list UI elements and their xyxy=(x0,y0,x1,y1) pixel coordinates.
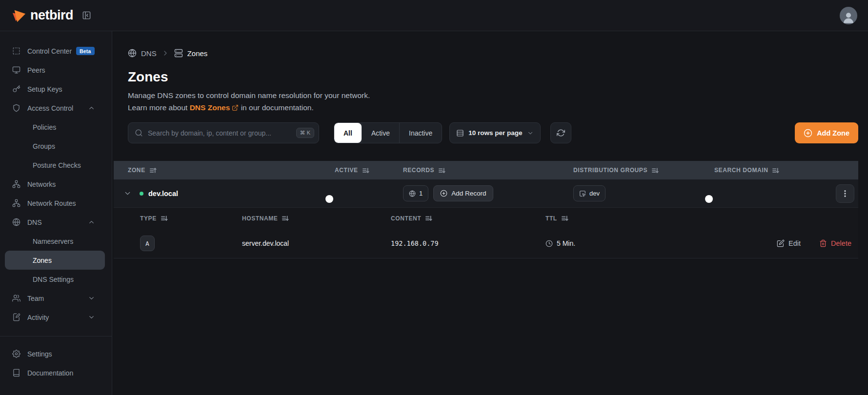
edit-record-button[interactable]: Edit xyxy=(777,239,801,247)
sidebar-item-label: Groups xyxy=(33,142,55,150)
refresh-button[interactable] xyxy=(550,122,571,143)
netbird-logo[interactable]: netbird xyxy=(12,8,73,23)
column-header-content[interactable]: CONTENT xyxy=(391,215,545,222)
shield-icon xyxy=(12,104,20,112)
zone-menu-button[interactable] xyxy=(836,184,854,203)
sidebar-item-nameservers[interactable]: Nameservers xyxy=(5,232,105,251)
users-icon xyxy=(12,294,20,302)
sidebar-item-label: Policies xyxy=(33,123,56,131)
column-header-hostname[interactable]: HOSTNAME xyxy=(242,215,391,222)
box-select-icon xyxy=(12,47,20,55)
sort-descending-icon xyxy=(282,215,289,222)
record-content: 192.168.0.79 xyxy=(391,239,545,247)
sidebar-item-control-center[interactable]: Control Center Beta xyxy=(0,41,112,60)
sidebar-item-team[interactable]: Team xyxy=(0,289,112,308)
sidebar-item-label: Activity xyxy=(27,314,49,321)
sidebar-item-label: DNS xyxy=(27,218,42,226)
search-shortcut-badge: ⌘ K xyxy=(296,128,314,138)
search-input[interactable] xyxy=(148,129,291,137)
column-header-active[interactable]: ACTIVE xyxy=(335,167,403,174)
edit-icon xyxy=(777,239,785,247)
edit-label: Edit xyxy=(788,239,801,247)
sidebar-item-networks[interactable]: Networks xyxy=(0,175,112,194)
group-icon xyxy=(579,190,586,197)
sort-descending-icon xyxy=(362,167,369,174)
sidebar-item-activity[interactable]: Activity xyxy=(0,308,112,327)
filter-tab-all[interactable]: All xyxy=(334,123,362,143)
sidebar-item-label: Documentation xyxy=(27,369,73,377)
toolbar: ⌘ K All Active Inactive 10 rows per page… xyxy=(128,122,858,143)
column-header-records[interactable]: RECORDS xyxy=(403,167,573,174)
learn-more-suffix: in our documentation. xyxy=(239,103,313,112)
sidebar-item-label: Posture Checks xyxy=(33,161,81,169)
column-header-zone[interactable]: ZONE xyxy=(114,167,335,174)
column-header-type[interactable]: TYPE xyxy=(140,215,242,222)
breadcrumb-label: Zones xyxy=(187,49,208,58)
topbar: netbird xyxy=(0,0,868,31)
add-record-button[interactable]: Add Record xyxy=(433,185,493,201)
chevron-up-icon xyxy=(88,104,95,112)
sidebar-item-dns-settings[interactable]: DNS Settings xyxy=(5,270,105,289)
column-header-search-domain[interactable]: SEARCH DOMAIN xyxy=(714,167,826,174)
sidebar-collapse-button[interactable] xyxy=(82,11,91,20)
breadcrumb-dns[interactable]: DNS xyxy=(128,49,157,58)
zones-table-header: ZONE ACTIVE RECORDS DISTRIBUTION GROUPS … xyxy=(114,161,858,179)
network-icon xyxy=(12,199,20,207)
delete-label: Delete xyxy=(831,239,851,247)
dns-zones-doc-link[interactable]: DNS Zones xyxy=(190,101,239,114)
record-hostname: server.dev.local xyxy=(242,239,391,247)
book-icon xyxy=(12,369,20,377)
record-ttl: 5 Min. xyxy=(545,239,777,247)
add-zone-button[interactable]: Add Zone xyxy=(795,122,858,143)
sort-descending-icon xyxy=(425,215,432,222)
sidebar-item-dns[interactable]: DNS xyxy=(0,213,112,232)
sidebar-item-settings[interactable]: Settings xyxy=(0,344,112,363)
sidebar-item-label: Peers xyxy=(27,66,45,74)
sort-ascending-icon xyxy=(149,167,157,174)
gear-icon xyxy=(12,350,20,358)
sidebar-item-network-routes[interactable]: Network Routes xyxy=(0,194,112,213)
sidebar-item-label: DNS Settings xyxy=(33,276,74,283)
expand-zone-chevron[interactable] xyxy=(121,187,134,199)
sort-descending-icon xyxy=(161,215,168,222)
distribution-group-badge[interactable]: dev xyxy=(573,185,606,201)
trash-icon xyxy=(819,239,827,247)
sidebar-item-groups[interactable]: Groups xyxy=(5,137,105,156)
rows-per-page-select[interactable]: 10 rows per page xyxy=(449,122,540,143)
sidebar-item-setup-keys[interactable]: Setup Keys xyxy=(0,79,112,99)
file-pen-icon xyxy=(12,313,20,321)
page-description: Manage DNS zones to control domain name … xyxy=(128,89,858,114)
netbird-bird-icon xyxy=(12,8,26,23)
filter-tab-inactive[interactable]: Inactive xyxy=(399,123,442,143)
record-ttl-value: 5 Min. xyxy=(557,239,575,247)
column-header-ttl[interactable]: TTL xyxy=(545,215,851,222)
user-avatar[interactable] xyxy=(840,7,857,24)
rows-per-page-label: 10 rows per page xyxy=(468,129,522,137)
sort-descending-icon xyxy=(772,167,779,174)
sidebar-item-access-control[interactable]: Access Control xyxy=(0,99,112,118)
plus-circle-icon xyxy=(804,129,812,138)
sidebar-item-zones[interactable]: Zones xyxy=(5,251,105,270)
breadcrumb: DNS Zones xyxy=(128,49,858,58)
external-link-icon xyxy=(232,104,239,111)
sidebar-item-posture-checks[interactable]: Posture Checks xyxy=(5,156,105,175)
sidebar-item-label: Settings xyxy=(27,350,52,358)
sidebar-item-peers[interactable]: Peers xyxy=(0,60,112,79)
delete-record-button[interactable]: Delete xyxy=(819,239,851,247)
network-icon xyxy=(12,180,20,188)
sidebar-item-documentation[interactable]: Documentation xyxy=(0,363,112,382)
chevron-down-icon xyxy=(527,130,534,137)
sidebar-item-label: Team xyxy=(27,295,44,302)
learn-more-prefix: Learn more about xyxy=(128,103,190,112)
breadcrumb-zones: Zones xyxy=(174,49,208,58)
chevron-down-icon xyxy=(123,189,132,198)
rows-icon xyxy=(456,129,464,137)
filter-tabs: All Active Inactive xyxy=(334,122,442,143)
sidebar-item-policies[interactable]: Policies xyxy=(5,118,105,137)
column-header-distribution-groups[interactable]: DISTRIBUTION GROUPS xyxy=(573,167,714,174)
sidebar-item-label: Zones xyxy=(33,257,52,264)
panel-collapse-icon xyxy=(82,11,91,20)
page-description-line2: Learn more about DNS Zones in our docume… xyxy=(128,101,858,114)
filter-tab-active[interactable]: Active xyxy=(362,123,399,143)
chevron-right-icon xyxy=(161,49,169,57)
